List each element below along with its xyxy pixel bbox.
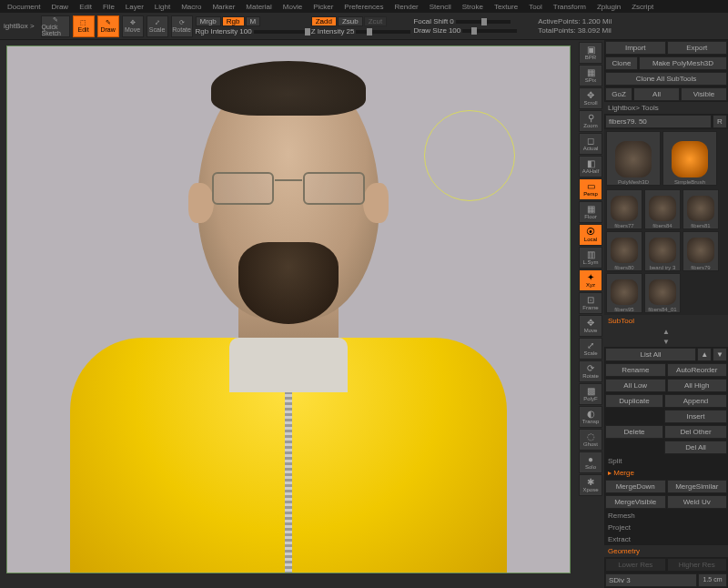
lower-res-button[interactable]: Lower Res xyxy=(605,558,666,572)
focal-shift-slider[interactable]: Focal Shift 0 xyxy=(413,17,517,25)
draw-size-slider[interactable]: Draw Size 100 xyxy=(413,26,517,35)
local-button[interactable]: ⦿Local xyxy=(579,224,602,246)
zoom-button[interactable]: ⚲Zoom xyxy=(579,110,602,132)
list-all-button[interactable]: List All xyxy=(605,348,696,361)
edit-button[interactable]: ⬚Edit xyxy=(73,15,95,37)
split-section-header[interactable]: Split xyxy=(604,455,728,467)
clone-button[interactable]: Clone xyxy=(605,56,638,70)
goz-all-button[interactable]: All xyxy=(633,87,680,101)
z-intensity-slider[interactable]: Z Intensity 25 xyxy=(311,27,411,35)
spix-button[interactable]: ▦SPix xyxy=(579,65,602,86)
higher-res-button[interactable]: Higher Res xyxy=(667,558,728,572)
menu-stencil[interactable]: Stencil xyxy=(426,3,455,11)
project-section-header[interactable]: Project xyxy=(604,522,728,533)
xyz-button[interactable]: ✦Xyz xyxy=(579,269,602,291)
r-button[interactable]: R xyxy=(713,115,727,128)
geometry-panel-header[interactable]: Geometry xyxy=(604,545,728,557)
clone-all-subtools-button[interactable]: Clone All SubTools xyxy=(605,72,727,86)
menu-transform[interactable]: Transform xyxy=(550,3,590,11)
move-button[interactable]: ✥Move xyxy=(122,15,144,37)
menu-material[interactable]: Material xyxy=(242,3,275,11)
current-tool-name[interactable]: fibers79. 50 xyxy=(605,115,712,128)
merge-section-header[interactable]: ▸ Merge xyxy=(604,467,728,479)
mergesimilar-button[interactable]: MergeSimilar xyxy=(667,480,728,493)
menu-marker[interactable]: Marker xyxy=(208,3,238,11)
xpose-button[interactable]: ✱Xpose xyxy=(579,474,602,496)
mergevisible-button[interactable]: MergeVisible xyxy=(605,495,666,509)
menu-light[interactable]: Light xyxy=(151,3,174,11)
move2-button[interactable]: ✥Move xyxy=(579,315,602,337)
tool-thumb-beard-try-3[interactable]: beard try 3 xyxy=(644,231,681,271)
menu-texture[interactable]: Texture xyxy=(490,3,521,11)
weld-uv-button[interactable]: Weld Uv xyxy=(667,495,728,509)
insert-button[interactable]: Insert xyxy=(664,410,727,423)
goz-button[interactable]: GoZ xyxy=(605,87,632,101)
mergedown-button[interactable]: MergeDown xyxy=(605,480,666,493)
all-low-button[interactable]: All Low xyxy=(605,379,666,392)
tool-thumb-fibers80[interactable]: fibers80 xyxy=(606,231,642,271)
goz-visible-button[interactable]: Visible xyxy=(681,87,727,101)
solo-button[interactable]: ●Solo xyxy=(579,451,602,473)
nav-down-button[interactable]: ▼ xyxy=(713,348,727,361)
menu-zscript[interactable]: Zscript xyxy=(628,3,657,11)
frame-button[interactable]: ⊡Frame xyxy=(579,292,602,314)
del-all-button[interactable]: Del All xyxy=(664,441,727,454)
draw-button[interactable]: ✎Draw xyxy=(97,15,119,37)
rotate2-button[interactable]: ⟳Rotate xyxy=(579,360,602,382)
rgb-intensity-slider[interactable]: Rgb Intensity 100 xyxy=(196,27,308,35)
subtool-scroll-up[interactable]: ▲ xyxy=(604,327,728,337)
zsub-button[interactable]: Zsub xyxy=(338,16,363,26)
make-polymesh3d-button[interactable]: Make PolyMesh3D xyxy=(639,56,727,70)
menu-movie[interactable]: Movie xyxy=(279,3,306,11)
polyf-button[interactable]: ▩PolyF xyxy=(579,383,602,405)
duplicate-button[interactable]: Duplicate xyxy=(605,394,663,408)
import-button[interactable]: Import xyxy=(605,41,666,55)
tool-thumb-polymesh3d[interactable]: PolyMesh3D xyxy=(606,131,661,186)
tool-thumb-fibers81[interactable]: fibers81 xyxy=(682,189,719,229)
tool-thumb-fibers95[interactable]: fibers95 xyxy=(606,273,642,313)
zadd-button[interactable]: Zadd xyxy=(311,16,337,26)
ghost-button[interactable]: ◌Ghost xyxy=(579,429,602,451)
rename-button[interactable]: Rename xyxy=(605,363,666,377)
menu-file[interactable]: File xyxy=(99,3,118,11)
actual-button[interactable]: ◻Actual xyxy=(579,133,602,155)
quick-sketch-button[interactable]: ✎Quick Sketch xyxy=(41,15,70,37)
menu-zplugin[interactable]: Zplugin xyxy=(593,3,624,11)
persp-button[interactable]: ▭Persp xyxy=(579,178,602,200)
scale-button[interactable]: ⤢Scale xyxy=(147,15,168,37)
autoreorder-button[interactable]: AutoReorder xyxy=(667,363,728,377)
menu-document[interactable]: Document xyxy=(4,3,44,11)
tool-thumb-simplebrush[interactable]: SimpleBrush xyxy=(662,131,717,186)
subtool-scroll-down[interactable]: ▼ xyxy=(604,337,728,347)
aahalf-button[interactable]: ◧AAHalf xyxy=(579,156,602,177)
rgb-button[interactable]: Rgb xyxy=(222,16,245,26)
menu-picker[interactable]: Picker xyxy=(309,3,337,11)
zcut-button[interactable]: Zcut xyxy=(364,16,388,26)
menu-render[interactable]: Render xyxy=(391,3,422,11)
del-other-button[interactable]: Del Other xyxy=(664,425,727,439)
lsym-button[interactable]: ▥L.Sym xyxy=(579,247,602,269)
menu-preferences[interactable]: Preferences xyxy=(340,3,387,11)
delete-button[interactable]: Delete xyxy=(605,425,663,439)
m-button[interactable]: M xyxy=(246,16,261,26)
all-high-button[interactable]: All High xyxy=(667,379,728,392)
tool-thumb-fibers79[interactable]: fibers79 xyxy=(682,231,719,271)
menu-layer[interactable]: Layer xyxy=(122,3,147,11)
export-button[interactable]: Export xyxy=(667,41,728,55)
lightbox-label[interactable]: ightBox > xyxy=(4,22,35,30)
remesh-section-header[interactable]: Remesh xyxy=(604,510,728,522)
lightbox-tools-header[interactable]: Lightbox> Tools xyxy=(604,102,728,114)
floor-button[interactable]: ▦Floor xyxy=(579,201,602,223)
mrgb-button[interactable]: Mrgb xyxy=(196,16,221,26)
sdiv-slider[interactable]: SDiv 3 xyxy=(605,573,697,587)
extract-section-header[interactable]: Extract xyxy=(604,533,728,545)
menu-edit[interactable]: Edit xyxy=(76,3,96,11)
tool-thumb-fibers84[interactable]: fibers84 xyxy=(644,189,681,229)
scale2-button[interactable]: ⤢Scale xyxy=(579,338,602,360)
tool-thumb-fibers84_01[interactable]: fibers84_01 xyxy=(644,273,681,313)
append-button[interactable]: Append xyxy=(664,394,727,408)
menu-stroke[interactable]: Stroke xyxy=(459,3,487,11)
transp-button[interactable]: ◐Transp xyxy=(579,406,602,428)
menu-macro[interactable]: Macro xyxy=(177,3,205,11)
menu-tool[interactable]: Tool xyxy=(525,3,546,11)
